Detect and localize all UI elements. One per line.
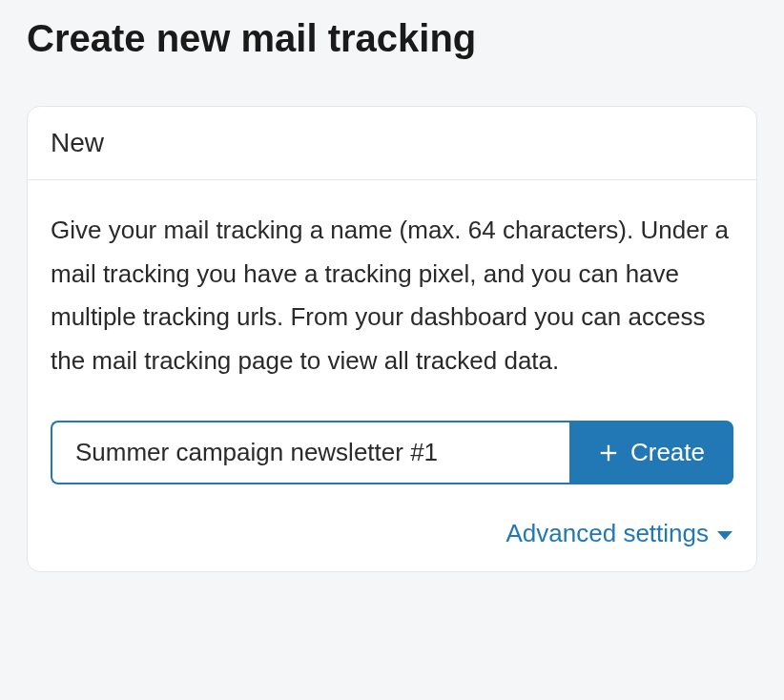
input-row: Create (51, 421, 733, 484)
card-body: Give your mail tracking a name (max. 64 … (28, 180, 756, 571)
create-button-label: Create (630, 438, 705, 467)
create-button[interactable]: Create (569, 421, 733, 484)
advanced-settings-label: Advanced settings (506, 519, 709, 548)
tracking-description: Give your mail tracking a name (max. 64 … (51, 209, 733, 382)
card-header-title: New (51, 128, 733, 158)
new-tracking-card: New Give your mail tracking a name (max.… (27, 106, 757, 572)
advanced-settings-link[interactable]: Advanced settings (506, 519, 733, 548)
tracking-name-input[interactable] (51, 421, 569, 484)
caret-down-icon (716, 519, 733, 548)
card-header: New (28, 107, 756, 180)
advanced-row: Advanced settings (51, 519, 733, 548)
plus-icon (598, 443, 619, 463)
page-title: Create new mail tracking (27, 17, 757, 60)
